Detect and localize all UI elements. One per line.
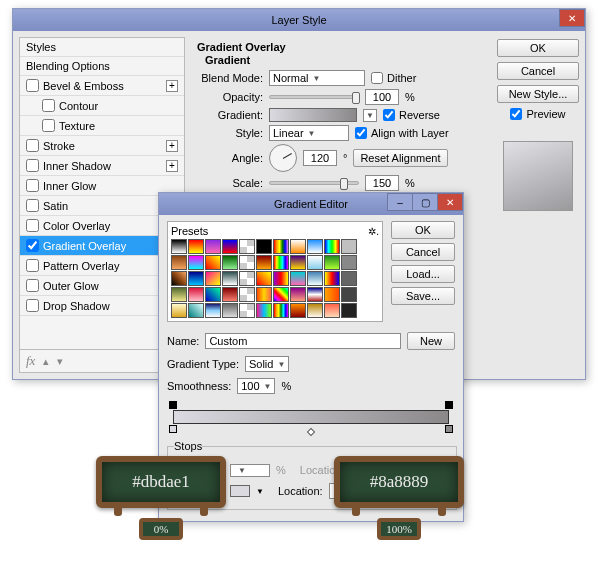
maximize-icon[interactable]: ▢ (412, 193, 438, 211)
close-icon[interactable]: ✕ (437, 193, 463, 211)
gradient-picker-button[interactable]: ▼ (363, 109, 377, 122)
minimize-icon[interactable]: – (387, 193, 413, 211)
preset-swatch[interactable] (222, 271, 238, 286)
ge-cancel-button[interactable]: Cancel (391, 243, 455, 261)
preset-swatch[interactable] (341, 239, 357, 254)
sidebar-item-contour[interactable]: Contour (20, 96, 184, 116)
reset-alignment-button[interactable]: Reset Alignment (353, 149, 447, 167)
preset-swatch[interactable] (205, 287, 221, 302)
preset-swatch[interactable] (239, 271, 255, 286)
cancel-button[interactable]: Cancel (497, 62, 579, 80)
sidebar-item-checkbox[interactable] (26, 159, 39, 172)
opacity-slider[interactable] (269, 95, 359, 99)
sidebar-item-checkbox[interactable] (26, 199, 39, 212)
preset-swatch[interactable] (273, 271, 289, 286)
ge-save-button[interactable]: Save... (391, 287, 455, 305)
dither-checkbox[interactable]: Dither (371, 72, 416, 84)
gear-icon[interactable]: ✲. (368, 226, 379, 237)
preset-swatch[interactable] (222, 239, 238, 254)
sidebar-item-checkbox[interactable] (26, 179, 39, 192)
preset-swatch[interactable] (341, 303, 357, 318)
preset-swatch[interactable] (256, 303, 272, 318)
sidebar-item-checkbox[interactable] (42, 119, 55, 132)
preset-swatch[interactable] (171, 303, 187, 318)
sidebar-item-checkbox[interactable] (26, 79, 39, 92)
preset-swatch[interactable] (307, 287, 323, 302)
preset-swatch[interactable] (188, 287, 204, 302)
sidebar-item-checkbox[interactable] (42, 99, 55, 112)
sidebar-item-bevel-emboss[interactable]: Bevel & Emboss+ (20, 76, 184, 96)
color-stop-right[interactable] (445, 425, 453, 433)
sidebar-item-inner-shadow[interactable]: Inner Shadow+ (20, 156, 184, 176)
gradient-type-select[interactable]: Solid▼ (245, 356, 289, 372)
ge-ok-button[interactable]: OK (391, 221, 455, 239)
smoothness-input[interactable]: 100▼ (237, 378, 275, 394)
preset-swatch[interactable] (324, 271, 340, 286)
preset-swatch[interactable] (222, 255, 238, 270)
blendmode-select[interactable]: Normal▼ (269, 70, 365, 86)
arrow-down-icon[interactable]: ▾ (57, 355, 63, 368)
gradient-name-input[interactable] (205, 333, 401, 349)
preset-swatch[interactable] (290, 303, 306, 318)
preset-swatch[interactable] (256, 287, 272, 302)
fx-icon[interactable]: fx (26, 353, 35, 369)
preset-swatch[interactable] (256, 239, 272, 254)
preset-swatch[interactable] (290, 255, 306, 270)
midpoint-handle[interactable] (307, 428, 315, 436)
preset-swatch[interactable] (290, 287, 306, 302)
preset-swatch[interactable] (290, 271, 306, 286)
sidebar-item-checkbox[interactable] (26, 139, 39, 152)
preset-swatch[interactable] (188, 271, 204, 286)
preset-swatch[interactable] (205, 239, 221, 254)
preset-swatch[interactable] (205, 303, 221, 318)
scale-slider[interactable] (269, 181, 359, 185)
reverse-checkbox[interactable]: Reverse (383, 109, 440, 121)
plus-icon[interactable]: + (166, 160, 178, 172)
opacity-input[interactable] (365, 89, 399, 105)
opacity-stop-right[interactable] (445, 401, 453, 409)
preset-swatch[interactable] (205, 255, 221, 270)
sidebar-item-checkbox[interactable] (26, 279, 39, 292)
preset-swatch[interactable] (171, 255, 187, 270)
preset-swatch[interactable] (273, 287, 289, 302)
sidebar-item-checkbox[interactable] (26, 299, 39, 312)
preset-swatch[interactable] (171, 271, 187, 286)
gradient-strip[interactable] (167, 402, 455, 432)
sidebar-item-checkbox[interactable] (26, 259, 39, 272)
preview-checkbox[interactable]: Preview (497, 108, 579, 120)
gradient-swatch[interactable] (269, 108, 357, 122)
sidebar-item-checkbox[interactable] (26, 219, 39, 232)
sidebar-styles-heading[interactable]: Styles (20, 38, 184, 57)
chevron-down-icon[interactable]: ▼ (256, 487, 264, 496)
opacity-stop-left[interactable] (169, 401, 177, 409)
close-icon[interactable]: ✕ (559, 9, 585, 27)
preset-swatch[interactable] (222, 303, 238, 318)
preset-swatch[interactable] (239, 287, 255, 302)
preset-swatch[interactable] (273, 255, 289, 270)
scale-input[interactable] (365, 175, 399, 191)
layer-style-titlebar[interactable]: Layer Style ✕ (13, 9, 585, 31)
preset-swatch[interactable] (222, 287, 238, 302)
preset-swatch[interactable] (324, 255, 340, 270)
preset-swatch[interactable] (256, 255, 272, 270)
preset-swatch[interactable] (307, 271, 323, 286)
preset-swatch[interactable] (307, 303, 323, 318)
preset-swatch[interactable] (239, 239, 255, 254)
sidebar-item-checkbox[interactable] (26, 239, 39, 252)
preset-swatch[interactable] (256, 271, 272, 286)
preset-swatch[interactable] (290, 239, 306, 254)
preset-swatch[interactable] (171, 287, 187, 302)
preset-swatch[interactable] (188, 239, 204, 254)
preset-swatch[interactable] (239, 303, 255, 318)
preset-swatch[interactable] (341, 255, 357, 270)
angle-input[interactable] (303, 150, 337, 166)
preset-swatch[interactable] (307, 239, 323, 254)
preset-swatch[interactable] (239, 255, 255, 270)
preset-swatch[interactable] (188, 255, 204, 270)
sidebar-item-stroke[interactable]: Stroke+ (20, 136, 184, 156)
angle-dial[interactable] (269, 144, 297, 172)
new-style-button[interactable]: New Style... (497, 85, 579, 103)
preset-swatch[interactable] (188, 303, 204, 318)
style-select[interactable]: Linear▼ (269, 125, 349, 141)
preset-swatch[interactable] (171, 239, 187, 254)
